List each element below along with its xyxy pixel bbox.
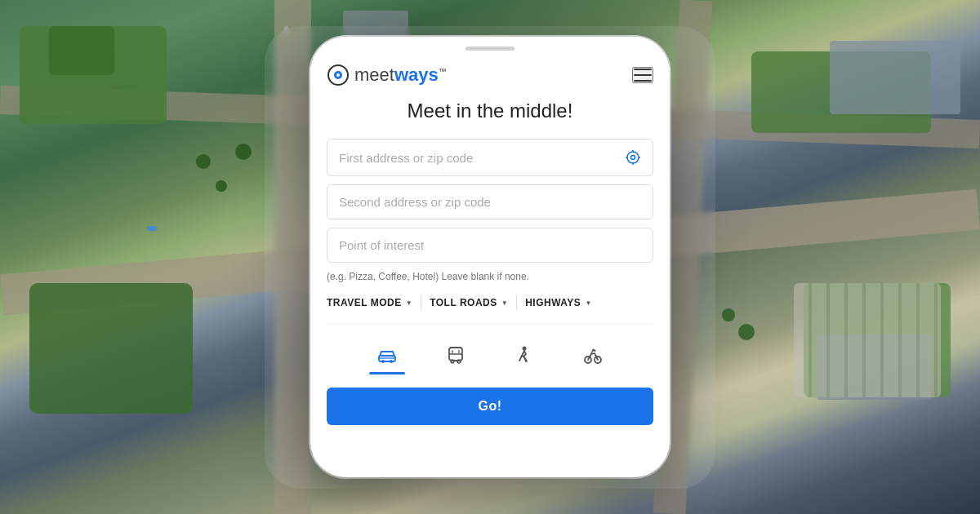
transport-car[interactable] <box>369 340 405 370</box>
transport-transit[interactable] <box>438 340 474 370</box>
poi-group <box>327 228 653 263</box>
svg-point-21 <box>523 347 527 351</box>
svg-point-4 <box>631 156 635 160</box>
bike-icon <box>581 343 604 366</box>
first-address-input[interactable] <box>339 151 625 165</box>
svg-point-24 <box>593 349 595 352</box>
toll-roads-label: TOLL ROADS <box>430 297 497 308</box>
car-icon <box>376 343 399 366</box>
logo: meetways™ <box>327 64 447 86</box>
transport-walk[interactable] <box>506 340 542 370</box>
app-content: Meet in the middle! <box>310 100 670 445</box>
controls-row: TRAVEL MODE ▼ TOLL ROADS ▼ HIGHWAYS ▼ <box>327 294 653 324</box>
transport-modes <box>327 337 653 373</box>
hamburger-line-3 <box>634 80 652 82</box>
logo-icon <box>327 64 350 86</box>
poi-input[interactable] <box>339 238 641 252</box>
first-address-group <box>327 139 653 176</box>
svg-point-10 <box>381 360 385 363</box>
travel-mode-label: TRAVEL MODE <box>327 297 402 308</box>
highways-dropdown[interactable]: HIGHWAYS ▼ <box>525 294 592 312</box>
phone-frame: meetways™ Meet in the middle! <box>310 37 670 477</box>
tagline: Meet in the middle! <box>327 100 653 122</box>
hamburger-line-2 <box>634 74 652 76</box>
toll-roads-dropdown[interactable]: TOLL ROADS ▼ <box>430 294 508 312</box>
travel-mode-dropdown[interactable]: TRAVEL MODE ▼ <box>327 294 412 312</box>
highways-label: HIGHWAYS <box>525 297 581 308</box>
crosshair-icon <box>625 149 641 166</box>
go-button[interactable]: Go! <box>327 388 653 425</box>
poi-hint: (e.g. Pizza, Coffee, Hotel) Leave blank … <box>327 271 653 282</box>
travel-mode-chevron: ▼ <box>406 299 412 307</box>
hamburger-line-1 <box>634 69 652 70</box>
logo-text: meetways™ <box>354 64 447 86</box>
poi-field[interactable] <box>327 228 653 263</box>
svg-point-11 <box>390 360 393 363</box>
second-address-group <box>327 184 653 219</box>
walk-icon <box>513 343 536 366</box>
phone-wrapper: meetways™ Meet in the middle! <box>310 37 670 477</box>
first-address-field[interactable] <box>327 139 653 176</box>
second-address-field[interactable] <box>327 184 653 219</box>
second-address-input[interactable] <box>339 195 641 209</box>
transport-bike[interactable] <box>575 340 611 370</box>
phone-status-bar <box>310 37 670 57</box>
toll-roads-chevron: ▼ <box>501 299 508 307</box>
location-button[interactable] <box>625 149 641 166</box>
highways-chevron: ▼ <box>585 299 591 307</box>
svg-point-2 <box>336 73 340 77</box>
menu-button[interactable] <box>632 67 653 83</box>
controls-divider-2 <box>516 295 517 310</box>
app-header: meetways™ <box>310 57 670 100</box>
svg-point-3 <box>627 152 639 163</box>
phone-notch <box>466 47 514 51</box>
transit-icon <box>444 343 467 366</box>
controls-divider-1 <box>421 295 421 310</box>
